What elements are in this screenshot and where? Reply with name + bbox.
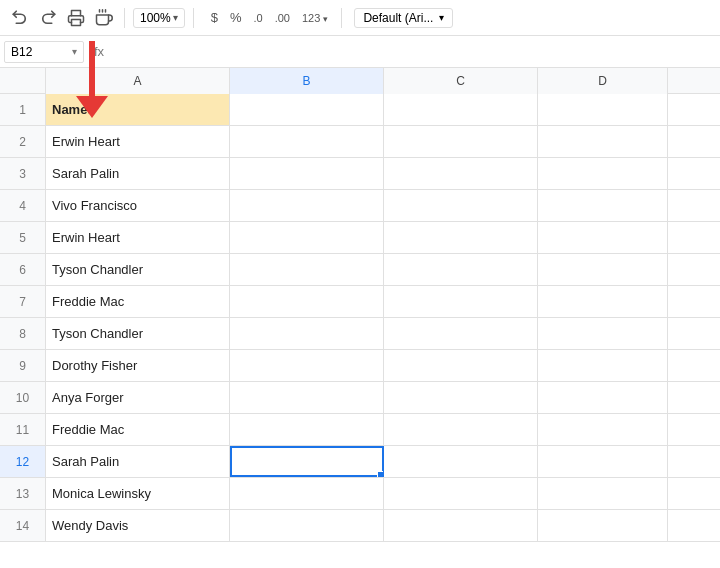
font-selector[interactable]: Default (Ari... ▾ [354, 8, 453, 28]
cell-a13[interactable]: Monica Lewinsky [46, 478, 230, 509]
decimal-more-button[interactable]: .00 [270, 10, 295, 26]
table-row: 6Tyson Chandler [0, 254, 720, 286]
separator-2 [193, 8, 194, 28]
table-row: 1Names [0, 94, 720, 126]
cell-c14[interactable] [384, 510, 538, 541]
col-header-d: D [538, 68, 668, 94]
cell-c6[interactable] [384, 254, 538, 285]
cell-c1[interactable] [384, 94, 538, 125]
cell-c11[interactable] [384, 414, 538, 445]
spreadsheet: A B C D 1Names2Erwin Heart3Sarah Palin4V… [0, 68, 720, 542]
cell-b8[interactable] [230, 318, 384, 349]
cell-c7[interactable] [384, 286, 538, 317]
cell-b2[interactable] [230, 126, 384, 157]
cell-a11[interactable]: Freddie Mac [46, 414, 230, 445]
cell-ref-dropdown-icon: ▾ [72, 46, 77, 57]
zoom-dropdown-icon: ▾ [173, 12, 178, 23]
cell-d4[interactable] [538, 190, 668, 221]
table-row: 8Tyson Chandler [0, 318, 720, 350]
grid-body: 1Names2Erwin Heart3Sarah Palin4Vivo Fran… [0, 94, 720, 542]
cell-d5[interactable] [538, 222, 668, 253]
cell-d2[interactable] [538, 126, 668, 157]
paint-format-button[interactable] [92, 6, 116, 30]
cell-a5[interactable]: Erwin Heart [46, 222, 230, 253]
redo-button[interactable] [36, 6, 60, 30]
cell-c5[interactable] [384, 222, 538, 253]
cell-b1[interactable] [230, 94, 384, 125]
table-row: 2Erwin Heart [0, 126, 720, 158]
cell-c10[interactable] [384, 382, 538, 413]
cell-b3[interactable] [230, 158, 384, 189]
cell-d1[interactable] [538, 94, 668, 125]
row-number: 6 [0, 254, 46, 285]
cell-b4[interactable] [230, 190, 384, 221]
cell-d3[interactable] [538, 158, 668, 189]
cell-c2[interactable] [384, 126, 538, 157]
decimal-less-button[interactable]: .0 [249, 10, 268, 26]
cell-c3[interactable] [384, 158, 538, 189]
cell-d11[interactable] [538, 414, 668, 445]
cell-c4[interactable] [384, 190, 538, 221]
cell-b10[interactable] [230, 382, 384, 413]
cell-d7[interactable] [538, 286, 668, 317]
svg-rect-0 [72, 19, 81, 25]
cell-a2[interactable]: Erwin Heart [46, 126, 230, 157]
table-row: 10Anya Forger [0, 382, 720, 414]
zoom-value: 100% [140, 11, 171, 25]
table-row: 13Monica Lewinsky [0, 478, 720, 510]
cell-a4[interactable]: Vivo Francisco [46, 190, 230, 221]
cell-c12[interactable] [384, 446, 538, 477]
cell-b11[interactable] [230, 414, 384, 445]
cell-d13[interactable] [538, 478, 668, 509]
column-headers: A B C D [0, 68, 720, 94]
percent-button[interactable]: % [225, 8, 247, 27]
cell-b13[interactable] [230, 478, 384, 509]
cell-a3[interactable]: Sarah Palin [46, 158, 230, 189]
table-row: 4Vivo Francisco [0, 190, 720, 222]
fx-label: fx [88, 44, 110, 59]
cell-b9[interactable] [230, 350, 384, 381]
cell-d6[interactable] [538, 254, 668, 285]
cell-a12[interactable]: Sarah Palin [46, 446, 230, 477]
table-row: 7Freddie Mac [0, 286, 720, 318]
cell-ref-value: B12 [11, 45, 32, 59]
dollar-button[interactable]: $ [206, 8, 223, 27]
cell-a10[interactable]: Anya Forger [46, 382, 230, 413]
cell-reference-box[interactable]: B12 ▾ [4, 41, 84, 63]
row-number: 7 [0, 286, 46, 317]
cell-d9[interactable] [538, 350, 668, 381]
separator-1 [124, 8, 125, 28]
cell-b6[interactable] [230, 254, 384, 285]
cell-b14[interactable] [230, 510, 384, 541]
cell-d14[interactable] [538, 510, 668, 541]
row-number: 5 [0, 222, 46, 253]
table-row: 12Sarah Palin [0, 446, 720, 478]
cell-c13[interactable] [384, 478, 538, 509]
cell-a7[interactable]: Freddie Mac [46, 286, 230, 317]
table-row: 3Sarah Palin [0, 158, 720, 190]
cell-a6[interactable]: Tyson Chandler [46, 254, 230, 285]
cell-a9[interactable]: Dorothy Fisher [46, 350, 230, 381]
table-row: 5Erwin Heart [0, 222, 720, 254]
cell-d12[interactable] [538, 446, 668, 477]
formula-input[interactable] [114, 42, 716, 61]
cell-c8[interactable] [384, 318, 538, 349]
separator-3 [341, 8, 342, 28]
cell-d8[interactable] [538, 318, 668, 349]
row-number: 13 [0, 478, 46, 509]
cell-a8[interactable]: Tyson Chandler [46, 318, 230, 349]
cell-a1[interactable]: Names [46, 94, 230, 125]
print-button[interactable] [64, 6, 88, 30]
cell-c9[interactable] [384, 350, 538, 381]
cell-b7[interactable] [230, 286, 384, 317]
zoom-control[interactable]: 100% ▾ [133, 8, 185, 28]
cell-d10[interactable] [538, 382, 668, 413]
number-format-button[interactable]: 123 ▾ [297, 10, 333, 26]
table-row: 11Freddie Mac [0, 414, 720, 446]
cell-a14[interactable]: Wendy Davis [46, 510, 230, 541]
row-number: 3 [0, 158, 46, 189]
cell-b12[interactable] [230, 446, 384, 477]
undo-button[interactable] [8, 6, 32, 30]
col-header-a: A [46, 68, 230, 94]
cell-b5[interactable] [230, 222, 384, 253]
